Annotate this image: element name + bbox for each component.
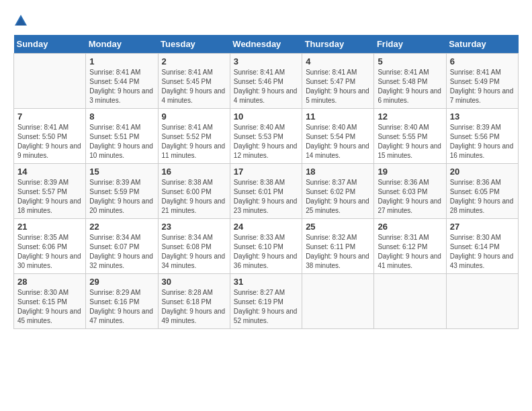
- calendar-cell: 14Sunrise: 8:39 AM Sunset: 5:57 PM Dayli…: [14, 164, 86, 219]
- day-info: Sunrise: 8:41 AM Sunset: 5:48 PM Dayligh…: [378, 68, 442, 105]
- calendar-cell: 5Sunrise: 8:41 AM Sunset: 5:48 PM Daylig…: [374, 54, 446, 109]
- col-header-tuesday: Tuesday: [158, 35, 230, 54]
- day-number: 10: [234, 111, 298, 122]
- calendar-cell: 27Sunrise: 8:30 AM Sunset: 6:14 PM Dayli…: [446, 219, 518, 274]
- day-info: Sunrise: 8:40 AM Sunset: 5:53 PM Dayligh…: [234, 123, 298, 161]
- calendar-cell: 8Sunrise: 8:41 AM Sunset: 5:51 PM Daylig…: [86, 109, 158, 164]
- day-number: 25: [306, 222, 370, 232]
- day-number: 23: [162, 222, 226, 232]
- day-info: Sunrise: 8:41 AM Sunset: 5:50 PM Dayligh…: [17, 123, 82, 161]
- logo-icon: [13, 13, 28, 28]
- calendar-cell: [302, 274, 374, 329]
- col-header-sunday: Sunday: [14, 35, 86, 54]
- day-number: 3: [234, 56, 298, 66]
- calendar-table: SundayMondayTuesdayWednesdayThursdayFrid…: [13, 35, 519, 329]
- calendar-cell: 16Sunrise: 8:38 AM Sunset: 6:00 PM Dayli…: [158, 164, 230, 219]
- day-info: Sunrise: 8:32 AM Sunset: 6:11 PM Dayligh…: [306, 233, 370, 271]
- calendar-cell: 24Sunrise: 8:33 AM Sunset: 6:10 PM Dayli…: [230, 219, 302, 274]
- day-number: 18: [306, 167, 370, 177]
- day-number: 17: [234, 167, 298, 177]
- calendar-cell: 11Sunrise: 8:40 AM Sunset: 5:54 PM Dayli…: [302, 109, 374, 164]
- col-header-friday: Friday: [374, 35, 446, 54]
- week-row-5: 28Sunrise: 8:30 AM Sunset: 6:15 PM Dayli…: [14, 274, 519, 329]
- day-info: Sunrise: 8:30 AM Sunset: 6:14 PM Dayligh…: [450, 233, 515, 271]
- calendar-cell: 30Sunrise: 8:28 AM Sunset: 6:18 PM Dayli…: [158, 274, 230, 329]
- calendar-cell: 21Sunrise: 8:35 AM Sunset: 6:06 PM Dayli…: [14, 219, 86, 274]
- calendar-cell: 13Sunrise: 8:39 AM Sunset: 5:56 PM Dayli…: [446, 109, 518, 164]
- calendar-cell: 12Sunrise: 8:40 AM Sunset: 5:55 PM Dayli…: [374, 109, 446, 164]
- day-number: 6: [450, 56, 515, 66]
- calendar-cell: 3Sunrise: 8:41 AM Sunset: 5:46 PM Daylig…: [230, 54, 302, 109]
- day-info: Sunrise: 8:40 AM Sunset: 5:54 PM Dayligh…: [306, 123, 370, 161]
- day-info: Sunrise: 8:33 AM Sunset: 6:10 PM Dayligh…: [234, 233, 298, 271]
- calendar-cell: 10Sunrise: 8:40 AM Sunset: 5:53 PM Dayli…: [230, 109, 302, 164]
- day-info: Sunrise: 8:40 AM Sunset: 5:55 PM Dayligh…: [378, 123, 442, 161]
- week-row-2: 7Sunrise: 8:41 AM Sunset: 5:50 PM Daylig…: [14, 109, 519, 164]
- day-info: Sunrise: 8:38 AM Sunset: 6:00 PM Dayligh…: [162, 178, 226, 216]
- calendar-cell: 22Sunrise: 8:34 AM Sunset: 6:07 PM Dayli…: [86, 219, 158, 274]
- day-info: Sunrise: 8:41 AM Sunset: 5:44 PM Dayligh…: [89, 68, 154, 105]
- day-number: 21: [17, 222, 82, 232]
- week-row-4: 21Sunrise: 8:35 AM Sunset: 6:06 PM Dayli…: [14, 219, 519, 274]
- calendar-cell: 31Sunrise: 8:27 AM Sunset: 6:19 PM Dayli…: [230, 274, 302, 329]
- day-number: 13: [450, 111, 515, 122]
- day-number: 7: [17, 111, 82, 122]
- calendar-header-row: SundayMondayTuesdayWednesdayThursdayFrid…: [14, 35, 519, 54]
- calendar-cell: 25Sunrise: 8:32 AM Sunset: 6:11 PM Dayli…: [302, 219, 374, 274]
- day-info: Sunrise: 8:41 AM Sunset: 5:47 PM Dayligh…: [306, 68, 370, 105]
- day-number: 9: [162, 111, 226, 122]
- day-info: Sunrise: 8:34 AM Sunset: 6:08 PM Dayligh…: [162, 233, 226, 271]
- day-info: Sunrise: 8:41 AM Sunset: 5:46 PM Dayligh…: [234, 68, 298, 105]
- calendar-cell: 29Sunrise: 8:29 AM Sunset: 6:16 PM Dayli…: [86, 274, 158, 329]
- day-info: Sunrise: 8:35 AM Sunset: 6:06 PM Dayligh…: [17, 233, 82, 271]
- calendar-cell: 17Sunrise: 8:38 AM Sunset: 6:01 PM Dayli…: [230, 164, 302, 219]
- day-info: Sunrise: 8:41 AM Sunset: 5:49 PM Dayligh…: [450, 68, 515, 105]
- day-number: 16: [162, 167, 226, 177]
- logo: [13, 13, 31, 28]
- calendar-cell: 1Sunrise: 8:41 AM Sunset: 5:44 PM Daylig…: [86, 54, 158, 109]
- calendar-cell: 28Sunrise: 8:30 AM Sunset: 6:15 PM Dayli…: [14, 274, 86, 329]
- calendar-cell: 23Sunrise: 8:34 AM Sunset: 6:08 PM Dayli…: [158, 219, 230, 274]
- day-info: Sunrise: 8:39 AM Sunset: 5:57 PM Dayligh…: [17, 178, 82, 216]
- day-number: 29: [89, 277, 154, 287]
- header: [13, 13, 519, 28]
- calendar-cell: 7Sunrise: 8:41 AM Sunset: 5:50 PM Daylig…: [14, 109, 86, 164]
- calendar-cell: 4Sunrise: 8:41 AM Sunset: 5:47 PM Daylig…: [302, 54, 374, 109]
- calendar-cell: 6Sunrise: 8:41 AM Sunset: 5:49 PM Daylig…: [446, 54, 518, 109]
- day-number: 14: [17, 167, 82, 177]
- col-header-monday: Monday: [86, 35, 158, 54]
- day-info: Sunrise: 8:38 AM Sunset: 6:01 PM Dayligh…: [234, 178, 298, 216]
- day-info: Sunrise: 8:41 AM Sunset: 5:51 PM Dayligh…: [89, 123, 154, 161]
- day-info: Sunrise: 8:31 AM Sunset: 6:12 PM Dayligh…: [378, 233, 442, 271]
- day-number: 4: [306, 56, 370, 66]
- day-number: 26: [378, 222, 442, 232]
- day-number: 27: [450, 222, 515, 232]
- calendar-cell: 9Sunrise: 8:41 AM Sunset: 5:52 PM Daylig…: [158, 109, 230, 164]
- day-number: 24: [234, 222, 298, 232]
- week-row-3: 14Sunrise: 8:39 AM Sunset: 5:57 PM Dayli…: [14, 164, 519, 219]
- day-number: 8: [89, 111, 154, 122]
- day-number: 30: [162, 277, 226, 287]
- calendar-cell: 20Sunrise: 8:36 AM Sunset: 6:05 PM Dayli…: [446, 164, 518, 219]
- day-info: Sunrise: 8:27 AM Sunset: 6:19 PM Dayligh…: [234, 288, 298, 326]
- day-info: Sunrise: 8:39 AM Sunset: 5:56 PM Dayligh…: [450, 123, 515, 161]
- calendar-cell: [374, 274, 446, 329]
- day-info: Sunrise: 8:36 AM Sunset: 6:05 PM Dayligh…: [450, 178, 515, 216]
- day-number: 5: [378, 56, 442, 66]
- col-header-saturday: Saturday: [446, 35, 518, 54]
- day-info: Sunrise: 8:37 AM Sunset: 6:02 PM Dayligh…: [306, 178, 370, 216]
- week-row-1: 1Sunrise: 8:41 AM Sunset: 5:44 PM Daylig…: [14, 54, 519, 109]
- col-header-thursday: Thursday: [302, 35, 374, 54]
- day-info: Sunrise: 8:36 AM Sunset: 6:03 PM Dayligh…: [378, 178, 442, 216]
- day-info: Sunrise: 8:41 AM Sunset: 5:52 PM Dayligh…: [162, 123, 226, 161]
- day-info: Sunrise: 8:28 AM Sunset: 6:18 PM Dayligh…: [162, 288, 226, 326]
- calendar-cell: [446, 274, 518, 329]
- day-info: Sunrise: 8:39 AM Sunset: 5:59 PM Dayligh…: [89, 178, 154, 216]
- day-number: 31: [234, 277, 298, 287]
- day-number: 15: [89, 167, 154, 177]
- calendar-cell: 15Sunrise: 8:39 AM Sunset: 5:59 PM Dayli…: [86, 164, 158, 219]
- calendar-cell: 18Sunrise: 8:37 AM Sunset: 6:02 PM Dayli…: [302, 164, 374, 219]
- day-info: Sunrise: 8:34 AM Sunset: 6:07 PM Dayligh…: [89, 233, 154, 271]
- col-header-wednesday: Wednesday: [230, 35, 302, 54]
- day-number: 19: [378, 167, 442, 177]
